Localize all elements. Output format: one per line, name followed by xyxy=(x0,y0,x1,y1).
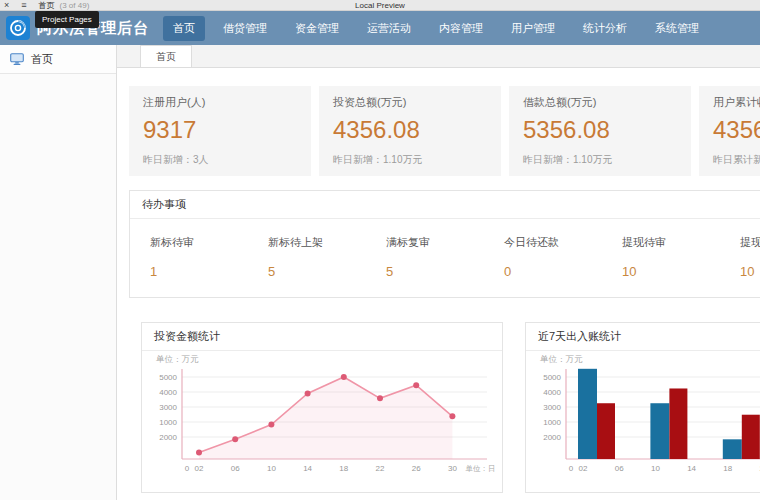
cashflow-bar-chart[interactable]: 50004000300010002000单位：万元002061014182226… xyxy=(526,351,760,492)
close-icon[interactable]: × xyxy=(4,1,9,10)
stat-card-subtitle: 昨日新增：1.10万元 xyxy=(523,153,677,167)
svg-text:22: 22 xyxy=(376,464,385,473)
todo-item-withdraw-review[interactable]: 提现待审 10 xyxy=(622,235,740,279)
stat-card-value: 9317 xyxy=(143,116,297,144)
svg-text:06: 06 xyxy=(231,464,240,473)
svg-text:0: 0 xyxy=(569,464,574,473)
preview-tab-label[interactable]: 首页 xyxy=(39,0,55,11)
svg-text:10: 10 xyxy=(651,464,660,473)
todo-item-withdraw-payout[interactable]: 提现待放款 10 xyxy=(740,235,760,279)
project-pages-tooltip: Project Pages xyxy=(35,11,99,28)
svg-text:18: 18 xyxy=(339,464,348,473)
main-nav: 首页 借贷管理 资金管理 运营活动 内容管理 用户管理 统计分析 系统管理 xyxy=(163,16,709,41)
svg-text:1000: 1000 xyxy=(159,418,177,427)
nav-item-system-mgmt[interactable]: 系统管理 xyxy=(645,16,709,41)
svg-text:10: 10 xyxy=(267,464,276,473)
main-area: 首页 首页 注册用户(人) 9317 昨日新增：3人 投资总额(万元) 4356… xyxy=(0,45,760,500)
nav-item-content-mgmt[interactable]: 内容管理 xyxy=(429,16,493,41)
svg-text:14: 14 xyxy=(687,464,696,473)
stat-card-subtitle: 昨日新增：1.10万元 xyxy=(333,153,487,167)
svg-text:2000: 2000 xyxy=(159,433,177,442)
preview-tab-count: (3 of 49) xyxy=(60,1,90,10)
stat-card-title: 用户累计收益(万元) xyxy=(713,95,760,110)
nav-item-home[interactable]: 首页 xyxy=(163,16,205,41)
svg-text:30: 30 xyxy=(448,464,457,473)
stat-card-registered-users: 注册用户(人) 9317 昨日新增：3人 xyxy=(129,86,311,176)
stat-card-subtitle: 昨日新增：3人 xyxy=(143,153,297,167)
stat-card-title: 注册用户(人) xyxy=(143,95,297,110)
stat-card-title: 投资总额(万元) xyxy=(333,95,487,110)
svg-text:5000: 5000 xyxy=(159,373,177,382)
content-tab-home[interactable]: 首页 xyxy=(140,45,192,67)
stat-cards-row: 注册用户(人) 9317 昨日新增：3人 投资总额(万元) 4356.08 昨日… xyxy=(129,86,760,176)
todo-item-full-bid-recheck[interactable]: 满标复审 5 xyxy=(386,235,504,279)
charts-row: 投资金额统计 50004000300010002000单位：万元00206101… xyxy=(129,322,760,493)
svg-text:1000: 1000 xyxy=(543,418,561,427)
svg-text:26: 26 xyxy=(412,464,421,473)
svg-text:4000: 4000 xyxy=(159,388,177,397)
svg-text:5000: 5000 xyxy=(543,373,561,382)
svg-text:18: 18 xyxy=(723,464,732,473)
cashflow-chart-panel: 近7天出入账统计 50004000300010002000单位：万元002061… xyxy=(525,322,760,493)
stat-card-title: 借款总额(万元) xyxy=(523,95,677,110)
svg-text:0: 0 xyxy=(185,464,190,473)
svg-text:02: 02 xyxy=(579,464,588,473)
stat-card-value: 4356.08 xyxy=(333,116,487,144)
stat-card-total-investment: 投资总额(万元) 4356.08 昨日新增：1.10万元 xyxy=(319,86,501,176)
svg-text:3000: 3000 xyxy=(159,403,177,412)
nav-item-loan-mgmt[interactable]: 借贷管理 xyxy=(213,16,277,41)
svg-text:14: 14 xyxy=(303,464,312,473)
window-title: Local Preview xyxy=(0,1,760,10)
sidebar-item-home[interactable]: 首页 xyxy=(0,45,116,74)
todo-items-row: 新标待审 1 新标待上架 5 满标复审 5 今日待还款 0 提现待审 10 xyxy=(130,219,760,297)
nav-item-operations[interactable]: 运营活动 xyxy=(357,16,421,41)
sidebar-item-label: 首页 xyxy=(31,52,53,67)
todo-item-today-repayment[interactable]: 今日待还款 0 xyxy=(504,235,622,279)
svg-text:06: 06 xyxy=(615,464,624,473)
svg-text:02: 02 xyxy=(195,464,204,473)
stat-card-value: 5356.08 xyxy=(523,116,677,144)
svg-text:单位：万元: 单位：万元 xyxy=(540,354,583,364)
svg-text:单位：万元: 单位：万元 xyxy=(156,354,199,364)
stat-card-total-borrowed: 借款总额(万元) 5356.08 昨日新增：1.10万元 xyxy=(509,86,691,176)
investment-chart-title: 投资金额统计 xyxy=(142,323,502,351)
nav-item-stats-analysis[interactable]: 统计分析 xyxy=(573,16,637,41)
stat-card-value: 4356.08 xyxy=(713,116,760,144)
svg-text:4000: 4000 xyxy=(543,388,561,397)
nav-item-funds-mgmt[interactable]: 资金管理 xyxy=(285,16,349,41)
svg-text:2000: 2000 xyxy=(543,433,561,442)
todo-panel: 待办事项 新标待审 1 新标待上架 5 满标复审 5 今日待还款 0 xyxy=(129,190,760,298)
todo-item-new-bid-review[interactable]: 新标待审 1 xyxy=(150,235,268,279)
svg-text:单位：日: 单位：日 xyxy=(465,464,495,473)
todo-panel-title: 待办事项 xyxy=(130,191,760,219)
aperture-icon xyxy=(9,19,27,37)
monitor-icon xyxy=(10,53,24,65)
content-tabstrip: 首页 xyxy=(117,45,760,68)
cashflow-chart-title: 近7天出入账统计 xyxy=(526,323,760,351)
nav-item-user-mgmt[interactable]: 用户管理 xyxy=(501,16,565,41)
content-area: 首页 注册用户(人) 9317 昨日新增：3人 投资总额(万元) 4356.08… xyxy=(117,45,760,500)
app-logo-icon[interactable] xyxy=(6,16,30,40)
menu-icon[interactable]: ≡ xyxy=(21,1,26,10)
stat-card-cumulative-earnings: 用户累计收益(万元) 4356.08 昨日累计新增：1.10万元 xyxy=(699,86,760,176)
top-navbar: 阿尔法管理后台 首页 借贷管理 资金管理 运营活动 内容管理 用户管理 统计分析… xyxy=(0,11,760,45)
window-titlebar: × ≡ 首页 (3 of 49) Local Preview xyxy=(0,0,760,11)
svg-text:3000: 3000 xyxy=(543,403,561,412)
todo-item-new-bid-listing[interactable]: 新标待上架 5 xyxy=(268,235,386,279)
investment-chart-panel: 投资金额统计 50004000300010002000单位：万元00206101… xyxy=(141,322,503,493)
stat-card-subtitle: 昨日累计新增：1.10万元 xyxy=(713,153,760,167)
investment-line-chart[interactable]: 50004000300010002000单位：万元002061014182226… xyxy=(142,351,502,492)
sidebar: 首页 xyxy=(0,45,117,500)
